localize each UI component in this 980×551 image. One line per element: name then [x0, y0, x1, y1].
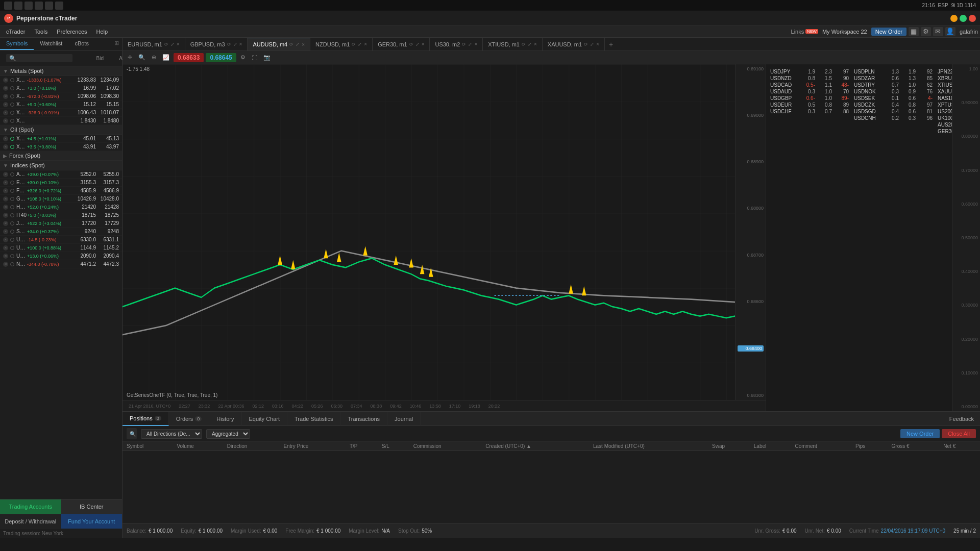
settings-tool[interactable]: ⚙	[238, 53, 248, 62]
tab-close-ger30[interactable]: ×	[422, 41, 425, 47]
panel-expand-icon[interactable]: ⊞	[111, 38, 122, 50]
close-button[interactable]	[969, 15, 976, 22]
chart-icon-btn[interactable]: ▦	[909, 27, 919, 36]
group-metals[interactable]: ▼ Metals (Spot)	[0, 66, 122, 76]
crosshair-tool[interactable]: ✛	[126, 53, 134, 62]
tab-journal[interactable]: Journal	[387, 412, 421, 426]
add-chart-tab-button[interactable]: +	[605, 40, 617, 48]
menu-preferences[interactable]: Preferences	[53, 28, 91, 36]
tab-equity-chart[interactable]: Equity Chart	[242, 412, 288, 426]
list-item[interactable]: × EUS... +30.0 (+0.10%) 3155.3 3157.3	[0, 179, 122, 187]
minimize-button[interactable]	[950, 15, 958, 22]
indicator-tool[interactable]: 📈	[160, 53, 172, 62]
chart-tab-xauusd[interactable]: XAUUSD, m1 ⟳ ⤢ ×	[543, 38, 605, 51]
menu-help[interactable]: Help	[92, 28, 112, 36]
mail-icon-btn[interactable]: ✉	[933, 27, 943, 36]
list-item[interactable]: × US2... +100.0 (+0.88%) 1144.9 1145.2	[0, 244, 122, 252]
tab-history[interactable]: History	[209, 412, 241, 426]
list-item[interactable]: × FRA40 +326.0 (+0.72%) 4585.9 4586.9	[0, 187, 122, 195]
tab-watchlist[interactable]: Watchlist	[34, 38, 68, 50]
tab-close-xauusd[interactable]: ×	[596, 41, 599, 47]
list-item[interactable]: × NAS... -344.0 (-0.78%) 4471.2 4472.3	[0, 260, 122, 268]
list-item[interactable]: × XAU... -672.0 (-0.81%) 1098.06 1098.30	[0, 92, 122, 101]
fullscreen-tool[interactable]: ⛶	[250, 54, 259, 62]
menu-ctrader[interactable]: cTrader	[2, 28, 30, 36]
feedback-button[interactable]: Feedback	[943, 412, 980, 426]
fund-account-button[interactable]: Fund Your Account	[61, 514, 122, 529]
magnet-tool[interactable]: ⊕	[150, 53, 158, 62]
list-item[interactable]: × AUS... +39.0 (+0.07%) 5252.0 5255.0	[0, 170, 122, 179]
tab-cbots[interactable]: cBots	[68, 38, 95, 50]
group-oil[interactable]: ▼ Oil (Spot)	[0, 125, 122, 135]
tab-transactions[interactable]: Transactions	[340, 412, 387, 426]
tab-close-xtiusd[interactable]: ×	[534, 41, 537, 47]
list-item[interactable]: × HK50 +52.0 (+0.24%) 21420 21428	[0, 203, 122, 211]
trading-accounts-button[interactable]: Trading Accounts	[0, 499, 61, 514]
col-direction[interactable]: Direction	[223, 442, 280, 451]
list-item[interactable]: × SPA35 +34.0 (+0.37%) 9240 9248	[0, 228, 122, 236]
list-item[interactable]: × UK100 -14.5 (-0.23%) 6330.0 6331.1	[0, 236, 122, 244]
list-item[interactable]: × IT40 +5.0 (+0.03%) 18715 18725	[0, 211, 122, 219]
menu-tools[interactable]: Tools	[31, 28, 52, 36]
maximize-button[interactable]	[960, 15, 967, 22]
settings-icon-btn[interactable]: ⚙	[921, 27, 931, 36]
chart-tab-audusd[interactable]: AUDUSD, m4 ⟳ ⤢ ×	[248, 38, 310, 51]
screenshot-tool[interactable]: 📷	[261, 53, 273, 62]
tab-orders[interactable]: Orders 0	[169, 412, 210, 426]
chart-tab-eurusd[interactable]: EURUSD, m1 ⟳ ⤢ ×	[122, 38, 185, 51]
deposit-withdrawal-button[interactable]: Deposit / Withdrawal	[0, 514, 61, 529]
col-swap[interactable]: Swap	[708, 442, 750, 451]
col-pips[interactable]: Pips	[851, 442, 888, 451]
chart-tab-nzdusd[interactable]: NZDUSD, m1 ⟳ ⤢ ×	[310, 38, 373, 51]
col-label[interactable]: Label	[750, 442, 791, 451]
col-last-modified[interactable]: Last Modified (UTC+0)	[589, 442, 708, 451]
aggregation-select[interactable]: Aggregated	[206, 429, 250, 439]
chart-area[interactable]: -1.75 1.48	[122, 64, 766, 400]
col-symbol[interactable]: Symbol	[122, 442, 173, 451]
direction-filter[interactable]: All Directions (De...	[141, 429, 202, 439]
group-forex[interactable]: ▶ Forex (Spot)	[0, 151, 122, 161]
list-item[interactable]: × XAG... +9.0 (+0.60%) 15.12 15.15	[0, 101, 122, 109]
tab-positions[interactable]: Positions 0	[122, 412, 169, 426]
zoom-tool[interactable]: 🔍	[136, 53, 148, 62]
list-item[interactable]: × XAG... +3.0 (+0.18%) 16.99 17.02	[0, 84, 122, 92]
list-item[interactable]: × XPT... -926.0 (-0.91%) 1006.43 1018.07	[0, 109, 122, 117]
list-item[interactable]: × XTIUSD +3.5 (+0.80%) 43.91 43.97	[0, 143, 122, 151]
window-controls[interactable]	[950, 15, 976, 22]
col-gross[interactable]: Gross €	[888, 442, 940, 451]
chart-tab-ger30[interactable]: GER30, m1 ⟳ ⤢ ×	[373, 38, 430, 51]
close-all-button[interactable]: Close All	[942, 429, 976, 438]
workspace-label[interactable]: My Workspace 22	[822, 29, 867, 35]
col-entry-price[interactable]: Entry Price	[279, 442, 345, 451]
ib-center-button[interactable]: IB Center	[61, 499, 122, 514]
symbol-search[interactable]	[6, 54, 72, 62]
user-icon-btn[interactable]: 👤	[945, 27, 955, 36]
tab-close-gbpusd[interactable]: ×	[239, 41, 242, 47]
tab-close-nzdusd[interactable]: ×	[364, 41, 367, 47]
list-item[interactable]: × GER30 +108.0 (+0.10%) 10426.9 10428.0	[0, 195, 122, 203]
col-volume[interactable]: Volume	[173, 442, 223, 451]
list-item[interactable]: × XAU... -1333.0 (-1.07%) 1233.83 1234.0…	[0, 76, 122, 84]
col-comment[interactable]: Comment	[791, 442, 851, 451]
col-net[interactable]: Net €	[939, 442, 980, 451]
chart-tab-xtiusd[interactable]: XTIUSD, m1 ⟳ ⤢ ×	[483, 38, 543, 51]
tab-trade-statistics[interactable]: Trade Statistics	[287, 412, 340, 426]
col-created[interactable]: Created (UTC+0) ▲	[481, 442, 589, 451]
tab-close-us30[interactable]: ×	[474, 41, 477, 47]
list-item[interactable]: × US500 +13.0 (+0.06%) 2090.0 2090.4	[0, 252, 122, 260]
col-commission[interactable]: Commission	[409, 442, 482, 451]
new-order-button[interactable]: New Order	[900, 429, 940, 438]
group-indices[interactable]: ▼ Indices (Spot)	[0, 161, 122, 170]
chart-tab-us30[interactable]: US30, m2 ⟳ ⤢ ×	[430, 38, 483, 51]
list-item[interactable]: × XNG... 1.8430 1.8480	[0, 117, 122, 125]
positions-search-button[interactable]: 🔍	[127, 428, 137, 439]
tab-symbols[interactable]: Symbols	[0, 38, 34, 50]
chart-tab-gbpusd[interactable]: GBPUSD, m3 ⟳ ⤢ ×	[185, 38, 248, 51]
list-item[interactable]: × XBR... +4.5 (+1.01%) 45.01 45.13	[0, 135, 122, 143]
new-order-menu-button[interactable]: New Order	[871, 28, 906, 36]
tab-close-audusd[interactable]: ×	[302, 42, 305, 47]
list-item[interactable]: × JPN225 +522.0 (+3.04%) 17720 17729	[0, 219, 122, 228]
tab-close-eurusd[interactable]: ×	[177, 41, 180, 47]
positions-table-container[interactable]: Symbol Volume Direction Entry Price T/P …	[122, 442, 980, 523]
col-sl[interactable]: S/L	[378, 442, 409, 451]
